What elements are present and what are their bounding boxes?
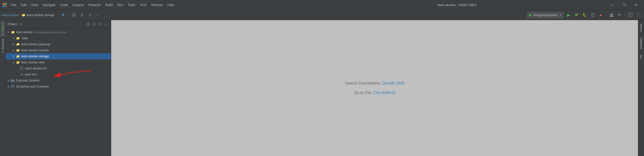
tree-item-pom[interactable]: m pom.xml <box>6 71 111 77</box>
menu-code[interactable]: Code <box>58 2 70 8</box>
sidebar-item-maven[interactable]: Maven <box>639 21 643 34</box>
folder-icon-storage: 📁 <box>16 54 20 59</box>
expand-icon-root[interactable] <box>7 30 11 34</box>
expand-icon-gateway[interactable] <box>12 42 16 46</box>
tree-item-idea[interactable]: 📁 .idea <box>6 35 111 41</box>
collapse-all-tree-button[interactable]: ⊟ <box>91 21 97 27</box>
tree-item-scratches[interactable]: Scratches and Consoles <box>6 84 111 90</box>
menu-view[interactable]: View <box>29 2 40 8</box>
collapse-all-button[interactable]: ⊟ <box>86 12 93 19</box>
full-screen-button[interactable]: ⛶ <box>635 12 642 19</box>
folder-icon-idea: 📁 <box>16 36 20 41</box>
folder-icon-web: 📁 <box>16 60 20 65</box>
menu-build[interactable]: Build <box>103 2 115 8</box>
svg-rect-26 <box>12 81 14 81</box>
locate-in-tree-button[interactable] <box>85 21 91 27</box>
editor-area: Search Everywhere Double Shift Go to Fil… <box>111 20 638 156</box>
breadcrumb-current[interactable]: learn-docker-storage <box>26 13 54 17</box>
menu-bar: File Edit View Navigate Code Analyze Ref… <box>9 2 308 8</box>
sidebar-item-project[interactable]: 1: Project <box>1 21 5 37</box>
stop-button[interactable]: ■ <box>597 12 604 19</box>
svg-rect-11 <box>610 14 613 16</box>
settings-button[interactable]: ⚙ <box>78 12 85 19</box>
close-panel-button[interactable]: ─ <box>94 12 101 19</box>
expand-editor-button[interactable] <box>627 12 634 19</box>
back-button[interactable]: ➤ <box>59 12 66 19</box>
tree-item-gateway[interactable]: 📁 learn-docker-gateway <box>6 41 111 47</box>
build-button[interactable] <box>608 12 615 19</box>
sidebar-item-structure[interactable]: 2: Structure <box>1 37 5 55</box>
run-configuration[interactable]: StorageApplication ▼ <box>527 12 564 19</box>
search-hint-key: Double Shift <box>382 81 404 86</box>
menu-analyze[interactable]: Analyze <box>70 2 86 8</box>
window-controls: ─ ❐ ✕ <box>606 1 642 9</box>
search-hint: Search Everywhere Double Shift <box>345 81 404 86</box>
folder-icon-small: 📁 <box>22 13 25 17</box>
sidebar-item-ant[interactable]: Ant <box>639 52 643 62</box>
toolbar-separator-2 <box>606 13 606 18</box>
run-coverage-button[interactable] <box>573 12 580 19</box>
svg-point-8 <box>577 13 578 15</box>
menu-tools[interactable]: Tools <box>126 2 137 8</box>
folder-icon-root: 📁 <box>11 30 15 34</box>
main-content: 1: Project 2: Structure Project ▼ ⊟ ⚙ ─ … <box>0 20 644 156</box>
menu-edit[interactable]: Edit <box>19 2 28 8</box>
svg-rect-12 <box>611 13 612 14</box>
run-config-dropdown-icon[interactable]: ▼ <box>559 14 562 16</box>
tree-label-web: learn-docker-web <box>21 61 45 64</box>
expand-icon-external-libs[interactable] <box>7 79 11 83</box>
minimize-button[interactable]: ─ <box>606 1 618 9</box>
menu-help[interactable]: Help <box>165 2 176 8</box>
svg-point-15 <box>87 23 89 25</box>
project-panel-header: Project ▼ ⊟ ⚙ ─ <box>6 20 111 28</box>
menu-navigate[interactable]: Navigate <box>41 2 57 8</box>
tree-settings-button[interactable]: ⚙ <box>97 21 103 27</box>
tree-item-web[interactable]: 📁 learn-docker-web <box>6 59 111 65</box>
run-config-name: StorageApplication <box>533 13 558 17</box>
tree-item-root[interactable]: 📁 learn-docker D:\workspace\learn-docker <box>6 29 111 35</box>
tree-label-scratches: Scratches and Consoles <box>16 85 49 88</box>
expand-icon-web[interactable] <box>12 60 16 64</box>
goto-hint-key: Ctrl+Shift+N <box>373 91 395 95</box>
svg-rect-2 <box>3 5 5 7</box>
expand-icon-scratches[interactable] <box>7 85 11 89</box>
tree-label-storage: learn-docker-storage <box>21 55 49 58</box>
tree-label-idea: .idea <box>21 36 28 40</box>
folder-icon-module: 📁 <box>16 48 20 53</box>
project-title: Project <box>8 22 17 26</box>
hide-panel-button[interactable]: ─ <box>103 21 109 27</box>
tree-item-module[interactable]: 📁 learn-docker-module <box>6 47 111 53</box>
run-with-profiler-button[interactable] <box>589 12 596 19</box>
toolbar-separator-1 <box>68 13 68 18</box>
svg-rect-27 <box>12 81 14 81</box>
menu-run[interactable]: Run <box>115 2 125 8</box>
svg-rect-10 <box>610 16 613 17</box>
app-icon <box>2 2 8 8</box>
menu-vcs[interactable]: VCS <box>138 2 149 8</box>
menu-refactor[interactable]: Refactor <box>87 2 103 8</box>
breadcrumb-root[interactable]: learn-docker <box>2 13 19 17</box>
svg-rect-13 <box>629 13 632 17</box>
run-config-indicator <box>529 14 531 16</box>
tree-label-gateway: learn-docker-gateway <box>21 43 50 46</box>
tree-item-storage[interactable]: 📁 learn-docker-storage <box>6 53 111 59</box>
sidebar-item-database[interactable]: Database <box>639 35 643 52</box>
folder-icon-scratches <box>11 84 15 89</box>
tree-item-iml[interactable]: learn-docker.iml <box>6 65 111 71</box>
close-button[interactable]: ✕ <box>630 1 642 9</box>
restore-button[interactable]: ❐ <box>618 1 630 9</box>
rebuild-button[interactable]: ⟳ <box>616 12 623 19</box>
debug-button[interactable]: 🐛 <box>581 12 588 19</box>
run-button[interactable]: ▶ <box>565 12 572 19</box>
add-file-button[interactable] <box>70 12 77 19</box>
folder-icon-external-libs <box>11 78 15 83</box>
expand-icon-idea[interactable] <box>12 36 16 40</box>
title-bar: File Edit View Navigate Code Analyze Ref… <box>0 0 644 10</box>
menu-window[interactable]: Window <box>149 2 165 8</box>
expand-icon-storage[interactable] <box>12 54 16 58</box>
menu-file[interactable]: File <box>9 2 18 8</box>
tree-label-root-path: D:\workspace\learn-docker <box>34 31 67 34</box>
expand-icon-module[interactable] <box>12 48 16 52</box>
project-header-actions: ⊟ ⚙ ─ <box>85 21 109 27</box>
tree-item-external-libs[interactable]: External Libraries <box>6 77 111 84</box>
